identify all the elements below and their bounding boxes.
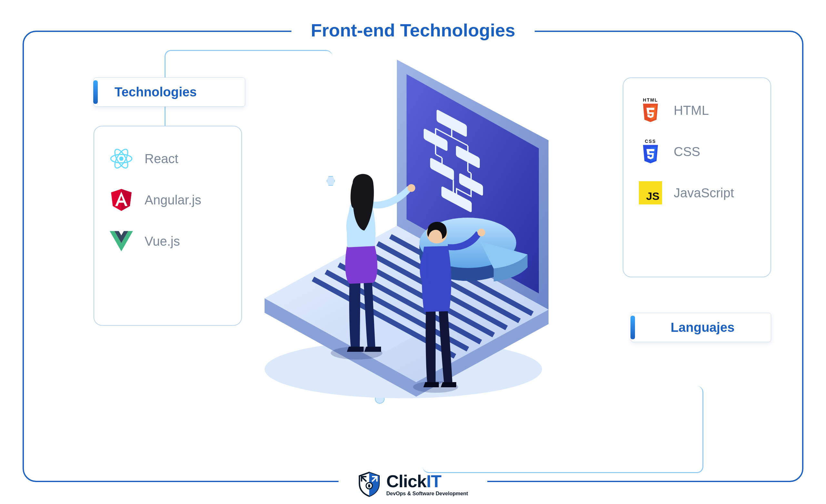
vue-icon	[110, 230, 133, 253]
lang-item-js: JS JavaScript	[639, 181, 755, 204]
lang-item-label: HTML	[674, 103, 709, 118]
tech-item-label: Angular.js	[144, 193, 201, 207]
lang-item-label: JavaScript	[674, 186, 734, 200]
laptop-illustration	[245, 73, 562, 405]
html5-icon: HTML	[639, 99, 662, 122]
languages-heading: Languajes	[631, 313, 771, 342]
tech-item-angular: Angular.js	[110, 188, 226, 211]
tech-item-react: React	[110, 147, 226, 170]
lang-item-css: CSS CSS	[639, 140, 755, 163]
tech-item-label: Vue.js	[144, 234, 180, 249]
lang-item-html: HTML HTML	[639, 99, 755, 122]
svg-point-26	[477, 229, 485, 236]
technologies-heading: Technologies	[94, 77, 245, 107]
technologies-panel: React Angular.js Vue.js	[94, 126, 242, 326]
brand-shield-icon	[358, 472, 380, 497]
svg-point-2	[119, 156, 123, 161]
javascript-icon: JS	[639, 181, 662, 204]
tech-item-label: React	[144, 151, 178, 166]
lang-item-label: CSS	[674, 144, 700, 159]
diagram-title: Front-end Technologies	[291, 20, 535, 41]
react-icon	[110, 147, 133, 170]
brand-tagline: DevOps & Software Development	[386, 491, 468, 496]
brand-name: ClickIT	[386, 472, 468, 490]
svg-rect-1	[368, 484, 370, 488]
tech-item-vue: Vue.js	[110, 230, 226, 253]
svg-point-23	[408, 184, 415, 192]
brand-logo: ClickIT DevOps & Software Development	[339, 472, 487, 497]
css3-icon: CSS	[639, 140, 662, 163]
languages-panel: HTML HTML CSS	[623, 77, 771, 277]
angular-icon	[110, 188, 133, 211]
